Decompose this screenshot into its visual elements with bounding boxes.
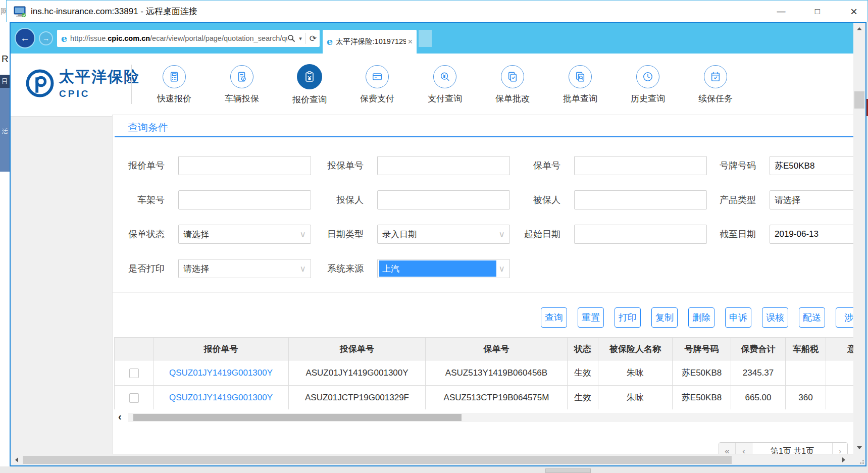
- table-horizontal-scrollbar[interactable]: ‹: [114, 412, 853, 423]
- nav-item-vehicle-insure[interactable]: 车辆投保: [208, 59, 276, 111]
- desktop-edge-fragments: 网 R 目 活: [0, 0, 10, 466]
- chevron-down-icon: ∨: [300, 229, 306, 240]
- next-page-button[interactable]: ›: [832, 443, 847, 454]
- bank-card-icon: [366, 65, 389, 88]
- quote-no-link[interactable]: QSUZ01JY1419G001300Y: [154, 360, 289, 386]
- col-apply-no: 投保单号: [289, 338, 426, 360]
- logo-divider: [131, 65, 132, 104]
- form-divider: [113, 292, 853, 293]
- nav-label: 续保任务: [698, 93, 733, 104]
- nav-item-quote-search[interactable]: 报价查询: [276, 59, 343, 111]
- section-title-underline: [115, 136, 853, 137]
- scroll-up-icon[interactable]: [853, 23, 865, 34]
- vessel-tax-cell: 360: [786, 386, 826, 410]
- vertical-scrollbar-thumb[interactable]: [854, 91, 864, 109]
- quote-no-label: 报价单号: [113, 156, 178, 175]
- calendar-check-icon: [704, 65, 727, 88]
- nav-label: 历史查询: [631, 93, 665, 104]
- policy-status-select[interactable]: 请选择∨: [178, 225, 311, 244]
- end-date-label: 截至日期: [707, 225, 770, 244]
- table-scroll-left-icon[interactable]: ‹: [118, 411, 122, 423]
- document-check-icon: [230, 65, 253, 88]
- nav-item-renewal-task[interactable]: 续保任务: [682, 59, 749, 111]
- date-type-select[interactable]: 录入日期∨: [377, 225, 510, 244]
- quote-no-link[interactable]: QSUZ01JY1419G001300Y: [154, 386, 289, 410]
- remote-desktop-titlebar[interactable]: ins.hc-insurance.com:33891 - 远程桌面连接 — □ …: [6, 0, 868, 22]
- first-page-button[interactable]: «: [719, 443, 736, 454]
- print-button[interactable]: 打印: [615, 307, 641, 328]
- appeal-button[interactable]: 申诉: [725, 307, 751, 328]
- premium-cell: 2345.37: [731, 360, 786, 386]
- tab-close-icon[interactable]: ×: [408, 37, 413, 46]
- forward-button[interactable]: →: [39, 31, 53, 45]
- search-caret-icon[interactable]: ▾: [299, 35, 302, 42]
- system-source-select[interactable]: 上汽∨: [377, 259, 510, 278]
- date-type-value: 录入日期: [382, 229, 417, 240]
- delete-button[interactable]: 删除: [688, 307, 714, 328]
- close-button[interactable]: ×: [839, 1, 868, 22]
- table-scrollbar-thumb[interactable]: [133, 414, 462, 421]
- print-flag-select[interactable]: 请选择∨: [178, 259, 311, 278]
- site-header: 太平洋保险 CPIC 快速报价: [11, 54, 853, 116]
- select-all-header: [115, 338, 154, 360]
- product-type-select[interactable]: 请选择∨: [770, 190, 853, 209]
- print-flag-value: 请选择: [183, 263, 209, 275]
- pagination: « ‹ 第1页 共1页 ›: [719, 442, 848, 454]
- browser-tab[interactable]: e 太平洋保险:10197129743... ×: [323, 30, 417, 54]
- back-button[interactable]: ←: [16, 29, 34, 47]
- nav-item-payment-search[interactable]: 支付查询: [411, 59, 479, 111]
- browser-chrome: ← → e http://issue.cpic.com.cn/ecar/view…: [11, 23, 853, 54]
- scroll-left-icon[interactable]: [11, 454, 23, 465]
- refresh-icon[interactable]: ⟳: [310, 33, 317, 44]
- nav-item-endorse-search[interactable]: 批单查询: [546, 59, 614, 111]
- nav-item-policy-endorse[interactable]: 保单批改: [479, 59, 546, 111]
- scroll-right-icon[interactable]: [838, 454, 850, 465]
- maximize-button[interactable]: □: [802, 1, 833, 22]
- address-bar[interactable]: e http://issue.cpic.com.cn/ecar/view/por…: [57, 30, 320, 47]
- documents-search-icon: [569, 65, 592, 88]
- results-table: 报价单号 投保单号 保单号 状态 被保险人名称 号牌号码 保费合计 车船税 意外: [114, 337, 853, 409]
- mischeck-button[interactable]: 误核: [762, 307, 788, 328]
- scroll-down-icon[interactable]: [853, 442, 865, 453]
- product-type-label: 产品类型: [707, 190, 770, 209]
- copy-button[interactable]: 复制: [651, 307, 678, 328]
- start-date-label: 起始日期: [510, 225, 574, 244]
- vertical-scrollbar[interactable]: [853, 23, 865, 453]
- policy-no-input[interactable]: [574, 156, 707, 175]
- nav-item-history-search[interactable]: 历史查询: [614, 59, 682, 111]
- row-checkbox[interactable]: [129, 369, 139, 378]
- results-table-wrap: 报价单号 投保单号 保单号 状态 被保险人名称 号牌号码 保费合计 车船税 意外: [114, 337, 853, 409]
- plate-cell: 苏E50KB8: [673, 386, 731, 410]
- policy-no-label: 保单号: [510, 156, 574, 175]
- desktop-fragment-tab: 目: [0, 75, 10, 88]
- resize-grip[interactable]: [853, 453, 865, 465]
- prev-page-button[interactable]: ‹: [736, 443, 752, 454]
- reset-button[interactable]: 重置: [578, 307, 604, 328]
- brand-name-en: CPIC: [59, 88, 140, 99]
- horizontal-scrollbar-thumb[interactable]: [23, 456, 732, 464]
- delivery-button[interactable]: 配送: [799, 307, 825, 328]
- url-path: /ecar/view/portal/page/quotation_search/…: [150, 34, 287, 42]
- nav-item-quick-quote[interactable]: 快速报价: [140, 59, 208, 111]
- apply-no-input[interactable]: [377, 156, 510, 175]
- taskbar-fragment: [545, 468, 591, 473]
- chevron-down-icon: ∨: [300, 264, 306, 274]
- col-insured-name: 被保险人名称: [598, 338, 673, 360]
- insured-input[interactable]: [574, 190, 707, 209]
- url-text[interactable]: http://issue.cpic.com.cn/ecar/view/porta…: [70, 34, 287, 42]
- vin-input[interactable]: [178, 190, 311, 209]
- start-date-input[interactable]: [574, 225, 707, 244]
- plate-no-input[interactable]: [770, 156, 853, 175]
- new-tab-button[interactable]: [419, 30, 432, 47]
- end-date-input[interactable]: [770, 225, 853, 244]
- quote-no-input[interactable]: [178, 156, 311, 175]
- query-button[interactable]: 查询: [541, 307, 567, 328]
- minimize-button[interactable]: —: [766, 1, 796, 22]
- browser-horizontal-scrollbar[interactable]: [11, 454, 853, 465]
- applicant-input[interactable]: [377, 190, 510, 209]
- nav-item-premium-pay[interactable]: 保费支付: [343, 59, 411, 111]
- she-button[interactable]: 涉: [836, 307, 853, 328]
- search-icon[interactable]: [287, 34, 295, 42]
- row-checkbox[interactable]: [129, 393, 139, 403]
- table-row: QSUZ01JY1419G001300Y ASUZ01JY1419G001300…: [115, 360, 854, 386]
